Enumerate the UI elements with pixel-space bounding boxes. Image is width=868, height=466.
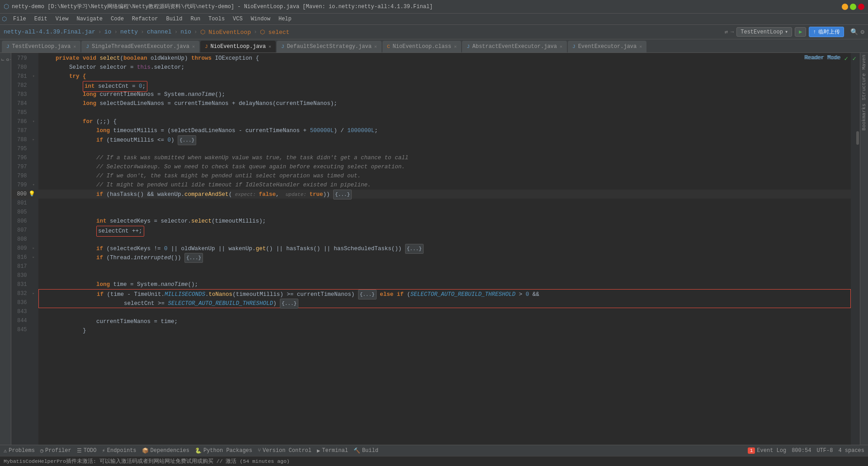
version-control-item[interactable]: ⑂ Version Control	[258, 447, 311, 454]
fold-icon-781[interactable]: ▾	[29, 72, 35, 81]
endpoints-item[interactable]: ⚡ Endpoints	[102, 447, 137, 454]
code-line-796: // If a task was submitted when wakenUp …	[38, 153, 851, 162]
menu-refactor[interactable]: Refactor	[128, 15, 162, 23]
menu-edit[interactable]: Edit	[31, 15, 51, 23]
python-packages-item[interactable]: 🐍 Python Packages	[195, 447, 252, 454]
indent-item[interactable]: 4 spaces	[838, 447, 864, 454]
tab-defaultSelect[interactable]: J DefaultSelectStrategy.java ✕	[277, 41, 382, 52]
bulb-icon[interactable]: 💡	[28, 190, 35, 199]
fold-dots-800[interactable]: {...}	[333, 190, 352, 200]
menu-tools[interactable]: Tools	[205, 15, 228, 23]
code-line-788: if (timeoutMillis <= 0) {...}	[38, 135, 851, 144]
fold-icon-832[interactable]: ▸	[29, 289, 35, 298]
encoding-item[interactable]: UTF-8	[816, 447, 833, 454]
profiler-item[interactable]: ◷ Profiler	[40, 447, 71, 454]
code-line-836: selectCnt >= SELECTOR_AUTO_REBUILD_THRES…	[39, 299, 850, 308]
vcs-icon: ⑂	[258, 447, 261, 454]
position-item[interactable]: 800:54	[792, 447, 811, 454]
panel-icon-project[interactable]: Proj	[0, 55, 10, 65]
tab-nioEventLoop[interactable]: J NioEventLoop.java ✕	[200, 41, 276, 52]
search-icon[interactable]: 🔍	[850, 28, 858, 36]
menu-file[interactable]: File	[9, 15, 30, 23]
event-log-item[interactable]: 1 Event Log	[748, 447, 786, 454]
menu-view[interactable]: View	[52, 15, 72, 23]
minimize-button[interactable]	[842, 4, 848, 10]
tab-close-icon[interactable]: ✕	[192, 44, 195, 49]
menu-help[interactable]: Help	[275, 15, 295, 23]
problems-item[interactable]: ⚠ Problems	[4, 447, 35, 454]
breadcrumb-nio[interactable]: nio	[180, 29, 191, 35]
status-bar-left: ⚠ Problems ◷ Profiler ☰ TODO ⚡ Endpoints…	[4, 447, 378, 454]
run-config-selector[interactable]: TestEventLoop ▾	[736, 27, 792, 37]
settings-icon[interactable]: ⚙	[861, 28, 864, 36]
close-button[interactable]	[858, 4, 864, 10]
fold-icon-816[interactable]: ▸	[29, 253, 35, 262]
terminal-item[interactable]: ▶ Terminal	[317, 447, 348, 454]
tab-close-icon[interactable]: ✕	[374, 44, 377, 49]
build-item[interactable]: 🔨 Build	[354, 447, 378, 454]
event-log-badge: 1	[748, 447, 755, 454]
tab-close-icon[interactable]: ✕	[454, 44, 457, 49]
menu-code[interactable]: Code	[107, 15, 127, 23]
code-line-806: int selectedKeys = selector.select(timeo…	[38, 217, 851, 226]
fold-dots-832[interactable]: {...}	[358, 290, 377, 300]
sync-icon[interactable]: ⇄	[725, 29, 728, 35]
title-bar-controls[interactable]	[842, 4, 864, 10]
breadcrumb-jar[interactable]: netty-all-4.1.39.Final.jar	[4, 29, 95, 35]
tab-close-icon[interactable]: ✕	[269, 44, 271, 49]
reader-mode-button[interactable]: Reader Mode	[805, 55, 841, 61]
code-content[interactable]: Reader Mode ✓ private void select(boolea…	[38, 53, 851, 445]
breadcrumb-class[interactable]: ⬡ NioEventLoop	[200, 29, 251, 36]
breadcrumb-netty[interactable]: netty	[120, 29, 138, 35]
tab-abstractEventExecutor[interactable]: J AbstractEventExecutor.java ✕	[462, 41, 567, 52]
app-icon: ⬡	[4, 3, 9, 10]
arrow-icon[interactable]: →	[731, 29, 734, 35]
upload-button[interactable]: ↑ 临时上传	[809, 27, 844, 37]
check-mark-icon: ✓	[844, 55, 848, 62]
fold-dots-788[interactable]: {...}	[178, 135, 196, 145]
code-editor[interactable]: Reader Mode ✓ 779 780 781 ▾ 782	[11, 53, 860, 445]
panel-label-bookmarks[interactable]: Bookmarks	[860, 102, 868, 132]
fold-icon-788[interactable]: ▸	[29, 135, 35, 144]
problems-label: Problems	[9, 447, 35, 454]
java-icon: J	[572, 44, 576, 49]
run-config-name: TestEventLoop	[741, 29, 783, 35]
tab-close-icon[interactable]: ✕	[560, 44, 562, 49]
code-line-805	[38, 208, 851, 217]
dependencies-item[interactable]: 📦 Dependencies	[142, 447, 189, 454]
fold-dots-816[interactable]: {...}	[184, 253, 203, 263]
line-num-817: 817	[11, 262, 35, 271]
tab-eventExecutor[interactable]: J EventExecutor.java ✕	[568, 41, 646, 52]
fold-icon-809[interactable]: ▸	[29, 244, 35, 253]
top-toolbar: netty-all-4.1.39.Final.jar › io › netty …	[0, 25, 868, 39]
fold-dots-809[interactable]: {...}	[405, 244, 424, 254]
breadcrumb-method[interactable]: ⬡ select	[260, 29, 290, 36]
menu-window[interactable]: Window	[247, 15, 274, 23]
breadcrumb-channel[interactable]: channel	[147, 29, 172, 35]
fold-icon-786[interactable]: ▾	[29, 117, 35, 126]
tab-close-icon[interactable]: ✕	[73, 44, 76, 49]
menu-build[interactable]: Build	[162, 15, 186, 23]
tab-singleThread[interactable]: J SingleThreadEventExecutor.java ✕	[81, 41, 199, 52]
red-box-container: if (time - TimeUnit.MILLISECONDS.toNanos…	[38, 289, 851, 299]
panel-label-structure[interactable]: Structure	[860, 71, 868, 102]
menu-navigate[interactable]: Navigate	[73, 15, 106, 23]
line-num-798: 798	[11, 171, 35, 181]
todo-item[interactable]: ☰ TODO	[77, 447, 97, 454]
maximize-button[interactable]	[850, 4, 856, 10]
scrollbar[interactable]	[851, 53, 860, 445]
fold-dots-836[interactable]: {...}	[280, 299, 298, 309]
code-line-832: if (time - TimeUnit.MILLISECONDS.toNanos…	[39, 290, 850, 299]
fold-icon-799[interactable]: ▾	[29, 181, 35, 190]
menu-run[interactable]: Run	[187, 15, 204, 23]
message-bar: MybatisCodeHelperPro插件未激活: 可以输入激活码或者到网站网…	[0, 456, 868, 466]
scroll-thumb[interactable]	[856, 131, 859, 145]
tab-testEventLoop[interactable]: J TestEventLoop.java ✕	[2, 41, 80, 52]
tab-close-icon[interactable]: ✕	[639, 44, 642, 49]
breadcrumb-io[interactable]: io	[104, 29, 112, 35]
menu-vcs[interactable]: VCS	[229, 15, 246, 23]
tab-nioEventLoopClass[interactable]: C NioEventLoop.class ✕	[382, 41, 461, 52]
panel-label-maven[interactable]: Maven	[860, 53, 868, 71]
line-num-844: 844	[11, 316, 35, 325]
run-button[interactable]: ▶	[795, 27, 806, 37]
